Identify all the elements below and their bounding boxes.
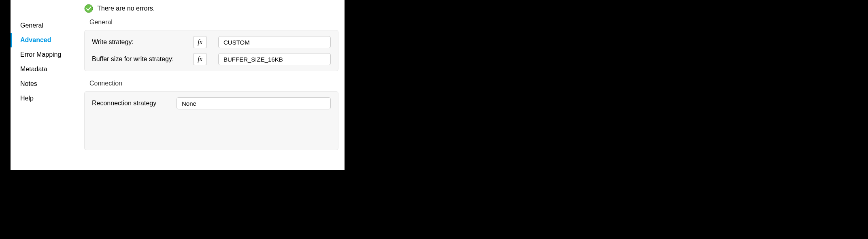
check-circle-icon <box>84 4 93 13</box>
buffer-size-label: Buffer size for write strategy: <box>92 55 193 63</box>
sidebar-item-error-mapping[interactable]: Error Mapping <box>11 47 78 62</box>
write-strategy-input[interactable] <box>218 36 331 48</box>
section-title-general: General <box>78 16 345 30</box>
buffer-size-input-wrap <box>218 53 331 65</box>
svg-point-0 <box>85 4 93 13</box>
sidebar-item-help[interactable]: Help <box>11 91 78 106</box>
connection-section: Reconnection strategy <box>84 91 338 150</box>
reconnection-select-wrap <box>177 97 331 109</box>
sidebar-item-advanced[interactable]: Advanced <box>11 33 78 47</box>
fx-button-write-strategy[interactable]: fx <box>193 36 207 48</box>
reconnection-label: Reconnection strategy <box>92 100 171 107</box>
field-row-buffer-size: Buffer size for write strategy: fx <box>92 53 331 65</box>
write-strategy-input-wrap <box>218 36 331 48</box>
fx-icon: fx <box>198 38 202 46</box>
sidebar-item-general[interactable]: General <box>11 18 78 33</box>
sidebar-item-label: Help <box>20 95 34 102</box>
field-row-reconnection: Reconnection strategy <box>92 97 331 109</box>
fx-button-buffer-size[interactable]: fx <box>193 53 207 65</box>
field-row-write-strategy: Write strategy: fx <box>92 36 331 48</box>
sidebar-item-notes[interactable]: Notes <box>11 77 78 91</box>
sidebar-item-metadata[interactable]: Metadata <box>11 62 78 77</box>
sidebar-item-label: Error Mapping <box>20 51 61 58</box>
sidebar-item-label: General <box>20 22 43 29</box>
sidebar: General Advanced Error Mapping Metadata … <box>11 0 78 170</box>
settings-window: General Advanced Error Mapping Metadata … <box>11 0 345 170</box>
buffer-size-input[interactable] <box>218 53 331 65</box>
fx-icon: fx <box>198 55 202 63</box>
section-title-connection: Connection <box>78 77 345 91</box>
write-strategy-label: Write strategy: <box>92 38 193 46</box>
reconnection-select[interactable] <box>177 97 331 109</box>
main-content: There are no errors. General Write strat… <box>78 0 345 170</box>
status-text: There are no errors. <box>97 5 155 12</box>
general-section: Write strategy: fx Buffer size for write… <box>84 30 338 71</box>
status-bar: There are no errors. <box>78 0 345 16</box>
sidebar-item-label: Advanced <box>20 36 51 43</box>
sidebar-item-label: Metadata <box>20 66 47 73</box>
sidebar-item-label: Notes <box>20 80 37 87</box>
